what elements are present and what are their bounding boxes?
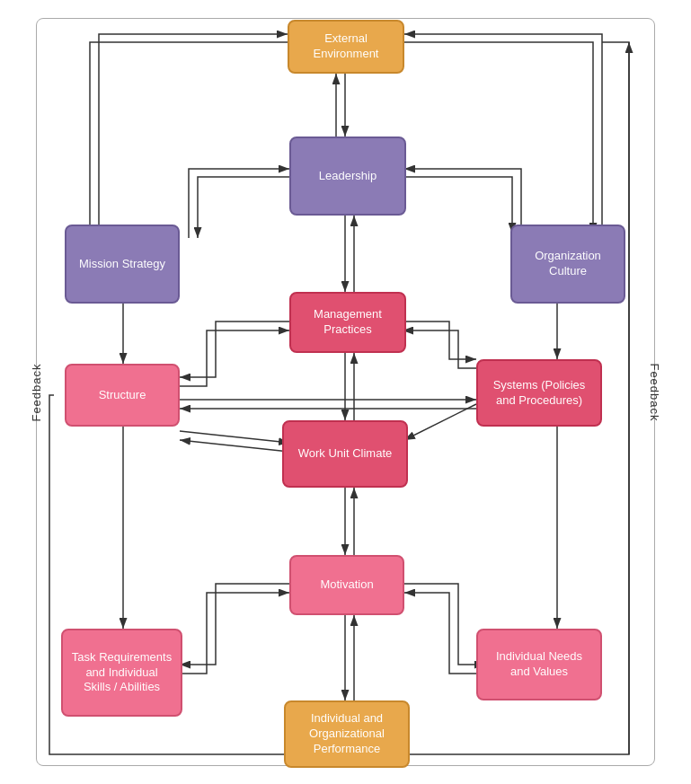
motivation-node: Motivation [289, 555, 404, 615]
feedback-left-label: Feedback [30, 363, 43, 421]
diagram-container: Feedback Feedback [0, 0, 691, 784]
structure-node: Structure [65, 364, 180, 427]
individual-org-performance-node: Individual andOrganizationalPerformance [284, 700, 410, 768]
individual-needs-node: Individual Needsand Values [476, 629, 602, 700]
feedback-right-label: Feedback [648, 363, 661, 421]
management-practices-node: ManagementPractices [289, 292, 406, 353]
external-environment-node: ExternalEnvironment [288, 20, 404, 74]
mission-strategy-node: Mission Strategy [65, 225, 180, 304]
work-unit-climate-node: Work Unit Climate [282, 420, 408, 488]
task-requirements-node: Task Requirementsand IndividualSkills / … [61, 629, 182, 717]
leadership-node: Leadership [289, 137, 406, 216]
organization-culture-node: OrganizationCulture [510, 225, 625, 304]
systems-node: Systems (Policiesand Procedures) [476, 359, 602, 427]
